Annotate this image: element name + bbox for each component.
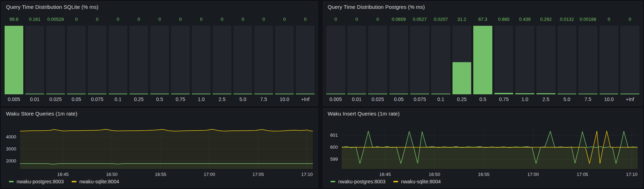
bar bbox=[473, 26, 492, 94]
bar-bucket-label: 0.5 bbox=[150, 94, 169, 104]
bar-value-label: 0 bbox=[67, 15, 86, 24]
bar-column: 0.2922.5 bbox=[536, 15, 555, 104]
bar-column: 0.005280.025 bbox=[46, 15, 65, 104]
bar-column: 00.005 bbox=[326, 15, 345, 104]
bar-fill bbox=[536, 93, 555, 94]
panel-query-time-sqlite: Query Time Distribution SQLite (% ms) 99… bbox=[1, 1, 318, 106]
legend-item[interactable]: nwaku-postgres:8003 bbox=[9, 179, 64, 184]
bar-fill bbox=[296, 94, 315, 94]
y-axis-tick-label: 601 bbox=[330, 132, 338, 138]
bar-column: 0.01325.0 bbox=[558, 15, 577, 104]
bar-bucket-label: 1.0 bbox=[192, 94, 211, 104]
bar bbox=[129, 26, 148, 94]
y-axis-tick-label: 4000 bbox=[6, 134, 16, 140]
legend-item[interactable]: nwaku-sqlite:8004 bbox=[72, 179, 119, 184]
bar-value-label: 0.292 bbox=[536, 15, 555, 24]
bar-column: 00.01 bbox=[347, 15, 366, 104]
bar-bucket-label: 0.25 bbox=[129, 94, 148, 104]
bar-column: 0.001887.5 bbox=[578, 15, 597, 104]
bar-fill bbox=[192, 94, 211, 94]
bar bbox=[620, 26, 639, 94]
bar-fill bbox=[431, 94, 450, 94]
bar-fill bbox=[620, 94, 639, 94]
bar bbox=[213, 26, 231, 94]
bar-fill bbox=[389, 94, 408, 94]
legend-swatch bbox=[393, 181, 398, 182]
bar-value-label: 0 bbox=[150, 15, 169, 24]
x-axis-tick-label: 16:45 bbox=[57, 172, 69, 177]
bar-fill bbox=[578, 94, 597, 94]
bar bbox=[233, 26, 252, 94]
legend-swatch bbox=[72, 181, 77, 182]
panel-query-time-postgres: Query Time Distribution Postgres (% ms) … bbox=[323, 1, 643, 106]
x-axis-tick-label: 17:05 bbox=[253, 172, 264, 177]
bar-column: 31.20.25 bbox=[452, 15, 472, 104]
bar-fill bbox=[129, 94, 148, 94]
grafana-dashboard: Query Time Distribution SQLite (% ms) 99… bbox=[0, 0, 644, 189]
panel-title-postgres[interactable]: Query Time Distribution Postgres (% ms) bbox=[328, 4, 425, 10]
bar bbox=[296, 26, 315, 94]
bar-value-label: 99.8 bbox=[5, 15, 23, 24]
bar bbox=[410, 26, 429, 94]
bar-bucket-label: 10.0 bbox=[275, 94, 294, 104]
bar-fill bbox=[452, 62, 472, 94]
bar-fill bbox=[233, 94, 252, 94]
bar-value-label: 0.0207 bbox=[431, 15, 450, 24]
bar-value-label: 0 bbox=[233, 15, 252, 24]
bar-column: 99.80.005 bbox=[5, 15, 23, 104]
panel-title-sqlite[interactable]: Query Time Distribution SQLite (% ms) bbox=[6, 4, 98, 10]
bar-value-label: 0 bbox=[254, 15, 273, 24]
bar-bucket-label: 0.25 bbox=[452, 94, 472, 104]
bar-fill bbox=[67, 94, 86, 94]
bar bbox=[192, 26, 211, 94]
bar-value-label: 0 bbox=[129, 15, 148, 24]
bar-column: 0+Inf bbox=[620, 15, 639, 104]
bar bbox=[515, 26, 534, 94]
bar-bucket-label: 0.1 bbox=[109, 94, 127, 104]
x-axis-tick-label: 16:55 bbox=[478, 172, 490, 177]
bar-bucket-label: 7.5 bbox=[254, 94, 273, 104]
bar-fill bbox=[347, 94, 366, 94]
timeseries-canvas[interactable]: 59960060116:4516:5016:5517:0017:0517:10 bbox=[323, 108, 642, 187]
bar-bucket-label: 0.5 bbox=[473, 94, 492, 104]
bar-bucket-label: 0.025 bbox=[368, 94, 387, 104]
bar-column: 010.0 bbox=[600, 15, 619, 104]
bar-bucket-label: 0.75 bbox=[171, 94, 190, 104]
bar-column: 010.0 bbox=[275, 15, 294, 104]
bar-bucket-label: 0.005 bbox=[326, 94, 345, 104]
bar-bucket-label: 5.0 bbox=[233, 94, 252, 104]
bar-column: 07.5 bbox=[254, 15, 273, 104]
bar bbox=[389, 26, 408, 94]
bar bbox=[326, 26, 345, 94]
bar-column: 00.25 bbox=[129, 15, 148, 104]
bar-column: 67.30.5 bbox=[473, 15, 492, 104]
bar-value-label: 67.3 bbox=[473, 15, 492, 24]
bar bbox=[109, 26, 127, 94]
bar-value-label: 0 bbox=[88, 15, 107, 24]
bar-bucket-label: 0.075 bbox=[410, 94, 429, 104]
bar-bucket-label: 0.75 bbox=[494, 94, 514, 104]
timeseries-store-queries[interactable]: 20003000400016:4516:5016:5517:0017:0517:… bbox=[2, 108, 317, 187]
bar-value-label: 0.00188 bbox=[578, 15, 597, 24]
legend-item[interactable]: nwaku-sqlite:8004 bbox=[393, 179, 441, 184]
bar-gauge-postgres[interactable]: 00.00500.0100.0250.06590.050.05270.0750.… bbox=[326, 15, 639, 104]
bar-column: 02.5 bbox=[213, 15, 231, 104]
timeseries-insert-queries[interactable]: 59960060116:4516:5016:5517:0017:0517:10 bbox=[323, 108, 642, 187]
bar-fill bbox=[410, 94, 429, 94]
bar-column: 00.5 bbox=[150, 15, 169, 104]
bar-bucket-label: 5.0 bbox=[558, 94, 577, 104]
bar bbox=[452, 26, 472, 94]
bar-value-label: 0.0527 bbox=[410, 15, 429, 24]
bar-gauge-sqlite[interactable]: 99.80.0050.1610.010.005280.02500.0500.07… bbox=[5, 15, 315, 104]
bar-fill bbox=[5, 26, 23, 94]
legend-item[interactable]: nwaku-postgres:8003 bbox=[330, 179, 385, 184]
bar-fill bbox=[171, 94, 190, 94]
bar-bucket-label: 0.1 bbox=[431, 94, 450, 104]
bar-bucket-label: 7.5 bbox=[578, 94, 597, 104]
legend-swatch bbox=[9, 181, 14, 182]
timeseries-canvas[interactable]: 20003000400016:4516:5016:5517:0017:0517:… bbox=[2, 108, 317, 187]
bar-column: 0.4391.0 bbox=[515, 15, 534, 104]
bar-column: 05.0 bbox=[233, 15, 252, 104]
bar bbox=[431, 26, 450, 94]
bar-value-label: 0.0659 bbox=[389, 15, 408, 24]
